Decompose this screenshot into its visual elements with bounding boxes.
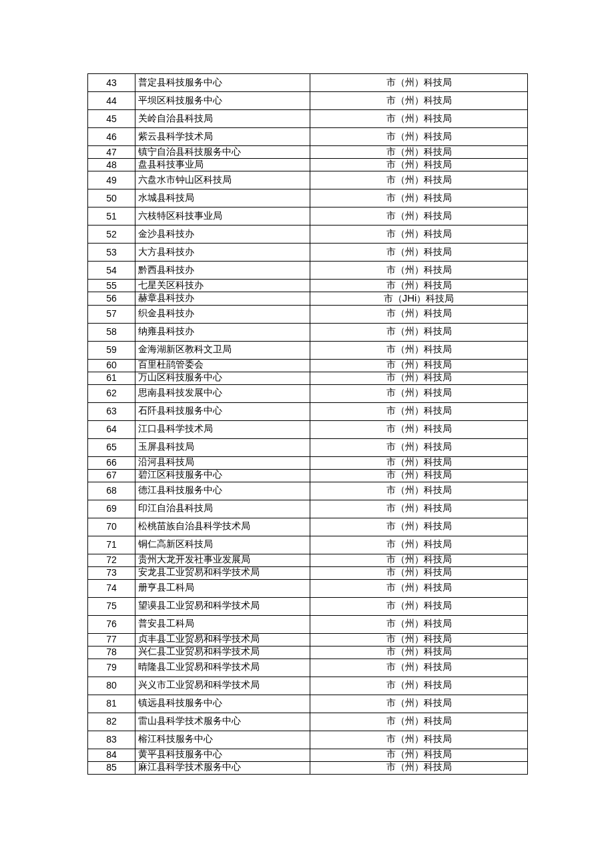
table-row: 52金沙县科技办市（州）科技局: [88, 226, 528, 244]
supervisor-org: 市（州）科技局: [310, 566, 528, 579]
row-number: 79: [88, 659, 135, 677]
table-row: 63石阡县科技服务中心市（州）科技局: [88, 402, 528, 420]
table-row: 46紫云县科学技术局市（州）科技局: [88, 128, 528, 146]
unit-name: 金沙县科技办: [135, 226, 310, 244]
unit-name: 榕江科技服务中心: [135, 731, 310, 749]
row-number: 60: [88, 359, 135, 372]
unit-name: 玉屏县科技局: [135, 438, 310, 456]
supervisor-org: 市（州）科技局: [310, 749, 528, 761]
row-number: 72: [88, 554, 135, 566]
row-number: 51: [88, 207, 135, 226]
unit-name: 安龙县工业贸易和科学技术局: [135, 566, 310, 579]
table-row: 83榕江科技服务中心市（州）科技局: [88, 731, 528, 749]
unit-name: 黄平县科技服务中心: [135, 749, 310, 761]
row-number: 56: [88, 292, 135, 306]
row-number: 59: [88, 341, 135, 359]
supervisor-org: 市（州）科技局: [310, 646, 528, 659]
table-row: 62思南县科技发展中心市（州）科技局: [88, 384, 528, 402]
supervisor-org: 市（州）科技局: [310, 695, 528, 713]
table-row: 84黄平县科技服务中心市（州）科技局: [88, 749, 528, 761]
table-row: 72贵州大龙开发社事业发展局市（州）科技局: [88, 554, 528, 566]
supervisor-org: 市（州）科技局: [310, 438, 528, 456]
row-number: 57: [88, 305, 135, 323]
unit-name: 雷山县科学技术服务中心: [135, 713, 310, 731]
row-number: 61: [88, 372, 135, 384]
table-row: 59金海湖新区教科文卫局市（州）科技局: [88, 341, 528, 359]
unit-name: 六盘水市钟山区科技局: [135, 171, 310, 189]
unit-name: 纳雍县科技办: [135, 323, 310, 341]
supervisor-org: 市（州）科技局: [310, 372, 528, 384]
supervisor-org: 市（州）科技局: [310, 244, 528, 262]
table-row: 77贞丰县工业贸易和科学技术局市（州）科技局: [88, 633, 528, 646]
supervisor-org: 市（州）科技局: [310, 128, 528, 146]
supervisor-org: 市（州）科技局: [310, 579, 528, 597]
row-number: 70: [88, 518, 135, 536]
unit-name: 盘县科技事业局: [135, 159, 310, 171]
org-text-pre: 市（: [384, 294, 402, 304]
row-number: 63: [88, 402, 135, 420]
unit-name: 七星关区科技办: [135, 280, 310, 292]
supervisor-org: 市（州）科技局: [310, 159, 528, 171]
row-number: 69: [88, 500, 135, 518]
table-row: 51六枝特区科技事业局市（州）科技局: [88, 207, 528, 226]
row-number: 81: [88, 695, 135, 713]
table-row: 61万山区科技服务中心市（州）科技局: [88, 372, 528, 384]
unit-name: 江口县科学技术局: [135, 420, 310, 438]
row-number: 45: [88, 110, 135, 128]
supervisor-org: 市（州）科技局: [310, 482, 528, 500]
unit-name: 松桃苗族自治县科学技术局: [135, 518, 310, 536]
unit-name: 沿河县科技局: [135, 456, 310, 469]
table-row: 43普定县科技服务中心市（州）科技局: [88, 74, 528, 92]
supervisor-org: 市（州）科技局: [310, 207, 528, 226]
unit-name: 镇远县科技服务中心: [135, 695, 310, 713]
unit-name: 水城县科技局: [135, 189, 310, 207]
row-number: 73: [88, 566, 135, 579]
unit-name: 万山区科技服务中心: [135, 372, 310, 384]
row-number: 76: [88, 615, 135, 633]
row-number: 77: [88, 633, 135, 646]
unit-name: 印江自治县科技局: [135, 500, 310, 518]
supervisor-org: 市（州）科技局: [310, 500, 528, 518]
unit-name: 六枝特区科技事业局: [135, 207, 310, 226]
unit-name: 德江县科技服务中心: [135, 482, 310, 500]
row-number: 55: [88, 280, 135, 292]
unit-name: 普定县科技服务中心: [135, 74, 310, 92]
row-number: 47: [88, 146, 135, 159]
table-row: 69印江自治县科技局市（州）科技局: [88, 500, 528, 518]
unit-name: 兴义市工业贸易和科学技术局: [135, 677, 310, 695]
supervisor-org: 市（州）科技局: [310, 359, 528, 372]
unit-name: 普安县工科局: [135, 615, 310, 633]
row-number: 83: [88, 731, 135, 749]
row-number: 67: [88, 469, 135, 482]
supervisor-org: 市（州）科技局: [310, 262, 528, 280]
data-table: 43普定县科技服务中心市（州）科技局44平坝区科技服务中心市（州）科技局45关岭…: [87, 73, 528, 775]
row-number: 52: [88, 226, 135, 244]
row-number: 48: [88, 159, 135, 171]
row-number: 80: [88, 677, 135, 695]
supervisor-org: 市（州）科技局: [310, 280, 528, 292]
row-number: 64: [88, 420, 135, 438]
supervisor-org: 市（州）科技局: [310, 518, 528, 536]
unit-name: 册亨县工科局: [135, 579, 310, 597]
table-row: 45关岭自治县科技局市（州）科技局: [88, 110, 528, 128]
unit-name: 晴隆县工业贸易和科学技术局: [135, 659, 310, 677]
unit-name: 贞丰县工业贸易和科学技术局: [135, 633, 310, 646]
supervisor-org: 市（州）科技局: [310, 554, 528, 566]
supervisor-org: 市（州）科技局: [310, 402, 528, 420]
supervisor-org: 市（州）科技局: [310, 146, 528, 159]
supervisor-org: 市（州）科技局: [310, 171, 528, 189]
supervisor-org: 市（州）科技局: [310, 536, 528, 554]
org-text-mid: JHi: [402, 292, 417, 304]
supervisor-org: 市（州）科技局: [310, 92, 528, 110]
table-row: 79晴隆县工业贸易和科学技术局市（州）科技局: [88, 659, 528, 677]
unit-name: 碧江区科技服务中心: [135, 469, 310, 482]
unit-name: 石阡县科技服务中心: [135, 402, 310, 420]
unit-name: 金海湖新区教科文卫局: [135, 341, 310, 359]
table-row: 56赫章县科技办市（JHi）科技局: [88, 292, 528, 306]
row-number: 82: [88, 713, 135, 731]
supervisor-org: 市（州）科技局: [310, 633, 528, 646]
supervisor-org: 市（州）科技局: [310, 384, 528, 402]
unit-name: 大方县科技办: [135, 244, 310, 262]
row-number: 75: [88, 597, 135, 615]
unit-name: 望谟县工业贸易和科学技术局: [135, 597, 310, 615]
